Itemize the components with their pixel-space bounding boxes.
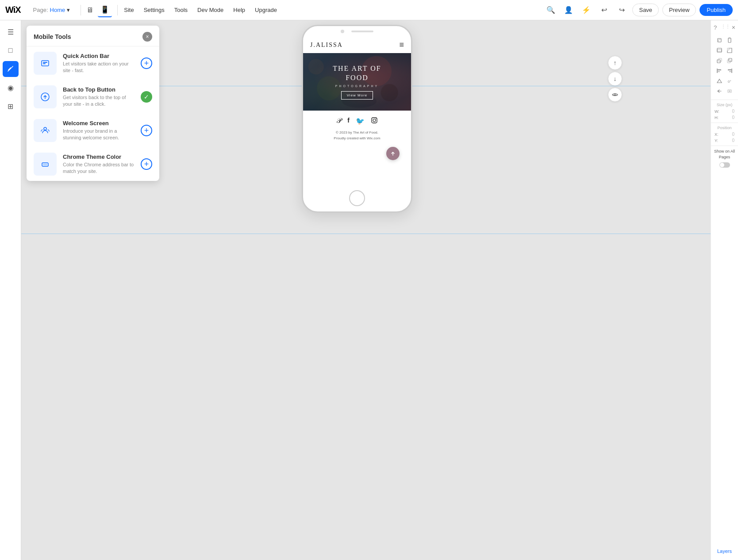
- svg-rect-18: [728, 38, 731, 42]
- pp-num-icon[interactable]: 0°: [725, 77, 734, 85]
- hero-title-line2: FOOD: [346, 74, 369, 81]
- quick-action-desc: Let visitors take action on your site - …: [63, 61, 135, 74]
- tool-item-quick-action: Quick Action Bar Let visitors take actio…: [27, 46, 159, 80]
- position-label: Position: [715, 126, 734, 130]
- hero-view-more-btn[interactable]: View More: [341, 91, 373, 100]
- mobile-tools-panel: Mobile Tools × Quick Action Bar Let visi…: [27, 26, 159, 181]
- phone-speaker: [351, 31, 373, 32]
- show-on-all-pages-label: Show on All Pages: [714, 149, 735, 160]
- pp-anim-right-icon[interactable]: [725, 87, 734, 96]
- pp-copy-icon[interactable]: [715, 36, 724, 45]
- redo-btn[interactable]: ↪: [615, 3, 629, 17]
- nav-settings[interactable]: Settings: [139, 4, 169, 16]
- nav-upgrade[interactable]: Upgrade: [250, 4, 281, 16]
- back-to-top-name: Back to Top Button: [63, 86, 135, 93]
- phone-hamburger-icon[interactable]: ≡: [399, 40, 404, 50]
- svg-rect-17: [719, 39, 721, 42]
- svg-point-14: [376, 119, 376, 119]
- back-to-top-floating-btn[interactable]: [386, 147, 400, 160]
- pp-arrange-front-icon[interactable]: [725, 56, 734, 65]
- connect-btn[interactable]: ⚡: [579, 3, 593, 17]
- instagram-icon[interactable]: [371, 117, 378, 126]
- pp-help-btn[interactable]: ?: [714, 24, 717, 31]
- save-button[interactable]: Save: [632, 4, 659, 16]
- chrome-theme-info: Chrome Theme Color Color the Chrome addr…: [63, 153, 135, 175]
- tool-item-chrome-theme: Chrome Theme Color Color the Chrome addr…: [27, 147, 159, 181]
- page-indicator[interactable]: Page: Home ▾: [33, 7, 70, 13]
- phone-container: J.ALISSA ≡: [302, 20, 412, 213]
- top-right-actions: 🔍 👤 ⚡ ↩ ↪ Save Preview Publish: [544, 3, 733, 17]
- pinterest-icon[interactable]: 𝒫: [336, 117, 341, 126]
- nav-divider-1: [81, 5, 81, 15]
- view-icons: 🖥 📱: [83, 3, 112, 17]
- quick-action-add-btn[interactable]: +: [141, 58, 152, 69]
- svg-rect-12: [372, 118, 377, 123]
- pp-cut-icon[interactable]: [715, 46, 724, 55]
- pp-align-right-icon[interactable]: [725, 66, 734, 75]
- svg-rect-25: [718, 69, 721, 70]
- welcome-screen-add-btn[interactable]: +: [141, 125, 152, 136]
- social-icons: 𝒫 f 🐦: [303, 117, 411, 126]
- size-label: Size (px): [715, 103, 734, 107]
- nav-site[interactable]: Site: [119, 4, 138, 16]
- height-label: H:: [715, 115, 719, 120]
- chrome-theme-add-btn[interactable]: +: [141, 158, 152, 170]
- sidebar-pages-icon[interactable]: ☰: [3, 24, 19, 40]
- svg-rect-28: [729, 71, 731, 72]
- pp-paste-extern-icon[interactable]: [725, 46, 734, 55]
- sidebar-tools-icon[interactable]: [3, 61, 19, 77]
- chrome-theme-desc: Color the Chrome address bar to match yo…: [63, 161, 135, 175]
- twitter-icon[interactable]: 🐦: [356, 117, 365, 126]
- sidebar-elements-icon[interactable]: □: [3, 42, 19, 58]
- pp-paste-icon[interactable]: [725, 36, 734, 45]
- undo-btn[interactable]: ↩: [597, 3, 611, 17]
- pp-align-left-icon[interactable]: [715, 66, 724, 75]
- nav-help[interactable]: Help: [229, 4, 250, 16]
- preview-button[interactable]: Preview: [662, 4, 696, 16]
- svg-point-9: [381, 84, 398, 101]
- phone-hero: THE ART OF FOOD PHOTOGRAPHY View More: [303, 53, 411, 111]
- toggle-visibility-btn[interactable]: [608, 88, 622, 102]
- phone-bottom-bar: [303, 187, 411, 211]
- phone-logo: J.ALISSA: [310, 42, 343, 49]
- panel-title: Mobile Tools: [34, 33, 71, 40]
- phone-home-button[interactable]: [349, 190, 365, 206]
- desktop-view-btn[interactable]: 🖥: [83, 3, 97, 17]
- phone-camera: [341, 30, 344, 33]
- pp-close-btn[interactable]: ×: [732, 24, 735, 31]
- layers-section: Layers: [711, 541, 738, 560]
- show-on-all-pages-toggle[interactable]: [719, 162, 730, 168]
- sidebar-layers-icon[interactable]: ⊞: [3, 98, 19, 114]
- quick-action-info: Quick Action Bar Let visitors take actio…: [63, 53, 135, 74]
- page-label: Page:: [33, 7, 48, 13]
- page-name: Home: [50, 7, 65, 13]
- x-label: X:: [715, 132, 719, 137]
- sidebar-hide-icon[interactable]: ◉: [3, 80, 19, 96]
- move-up-btn[interactable]: ↑: [608, 56, 622, 70]
- nav-tools[interactable]: Tools: [170, 4, 192, 16]
- mobile-view-btn[interactable]: 📱: [98, 3, 112, 17]
- y-value: 0: [719, 138, 734, 143]
- pp-anim-left-icon[interactable]: [715, 87, 724, 96]
- svg-point-15: [614, 94, 616, 96]
- y-label: Y:: [715, 138, 718, 143]
- left-sidebar: ☰ □ ◉ ⊞: [0, 20, 21, 560]
- svg-point-13: [373, 119, 376, 122]
- pp-triangle-icon[interactable]: [715, 77, 724, 85]
- layers-button[interactable]: Layers: [711, 547, 738, 555]
- search-btn[interactable]: 🔍: [544, 3, 558, 17]
- nav-devmode[interactable]: Dev Mode: [193, 4, 228, 16]
- pp-arrange-back-icon[interactable]: [715, 56, 724, 65]
- hero-title-line1: THE ART OF: [333, 65, 381, 72]
- account-btn[interactable]: 👤: [561, 3, 576, 17]
- quick-action-name: Quick Action Bar: [63, 53, 135, 59]
- move-down-btn[interactable]: ↓: [608, 72, 622, 86]
- back-to-top-done-btn[interactable]: ✓: [141, 91, 152, 103]
- svg-rect-16: [718, 38, 721, 42]
- pp-grid-icon[interactable]: ⋮⋮: [721, 24, 730, 31]
- facebook-icon[interactable]: f: [347, 117, 350, 126]
- welcome-screen-desc: Introduce your brand in a stunning welco…: [63, 128, 135, 142]
- publish-button[interactable]: Publish: [700, 4, 733, 16]
- svg-rect-19: [717, 50, 722, 51]
- panel-close-button[interactable]: ×: [142, 32, 152, 42]
